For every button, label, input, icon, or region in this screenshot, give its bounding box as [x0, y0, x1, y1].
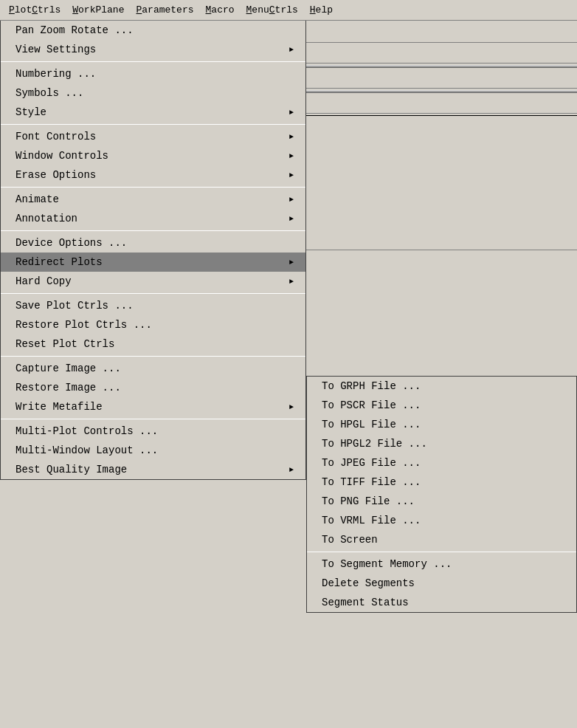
separator-1 — [1, 61, 305, 62]
menubar-parameters[interactable]: Parameters — [130, 1, 199, 18]
submenu-arrow-font: ► — [289, 133, 294, 141]
menu-item-capture-image[interactable]: Capture Image ... — [1, 359, 305, 378]
menu-item-annotation[interactable]: Annotation ► — [1, 209, 305, 228]
separator-4 — [1, 230, 305, 231]
submenu-arrow-annotation: ► — [289, 215, 294, 223]
submenu-arrow-window: ► — [289, 152, 294, 160]
toolbar-strip-6 — [304, 95, 577, 114]
submenu-arrow-best-quality: ► — [289, 466, 294, 474]
redirect-plots-submenu: To GRPH File ... To PSCR File ... To HPG… — [306, 376, 577, 613]
menu-item-restore-plot[interactable]: Restore Plot Ctrls ... — [1, 315, 305, 334]
menu-item-device-options[interactable]: Device Options ... — [1, 233, 305, 253]
menubar-plotctrls[interactable]: PlotCtrls — [3, 1, 66, 18]
menu-item-window-controls[interactable]: Window Controls ► — [1, 146, 305, 165]
menu-item-redirect-plots[interactable]: Redirect Plots ► — [1, 253, 305, 272]
separator-6 — [1, 356, 305, 357]
separator-3 — [1, 187, 305, 188]
menu-item-numbering[interactable]: Numbering ... — [1, 64, 305, 83]
submenu-arrow-metafile: ► — [289, 403, 294, 411]
menu-item-view-settings[interactable]: View Settings ► — [1, 40, 305, 59]
submenu-separator-1 — [307, 552, 576, 552]
menu-item-style[interactable]: Style ► — [1, 103, 305, 122]
menu-item-to-vrml[interactable]: To VRML File ... — [307, 511, 576, 530]
submenu-arrow-hard-copy: ► — [289, 278, 294, 286]
menu-item-delete-segments[interactable]: Delete Segments — [307, 574, 576, 593]
separator-7 — [1, 419, 305, 419]
black-divider — [304, 115, 577, 116]
separator-5 — [1, 293, 305, 294]
menu-item-font-controls[interactable]: Font Controls ► — [1, 127, 305, 146]
toolbar-strip-2 — [304, 44, 577, 63]
menubar-workplane[interactable]: WorkPlane — [66, 1, 130, 18]
menu-item-hard-copy[interactable]: Hard Copy ► — [1, 272, 305, 291]
menu-item-animate[interactable]: Animate ► — [1, 190, 305, 209]
menu-item-write-metafile[interactable]: Write Metafile ► — [1, 397, 305, 416]
menu-item-segment-status[interactable]: Segment Status — [307, 593, 576, 612]
separator-2 — [1, 124, 305, 125]
toolbar-strip-7 — [304, 117, 577, 250]
menu-item-to-screen[interactable]: To Screen — [307, 530, 576, 549]
toolbar-strip-4 — [304, 69, 577, 89]
toolbar-strip-3 — [304, 65, 577, 68]
menubar-macro[interactable]: Macro — [200, 1, 241, 18]
submenu-arrow-view: ► — [289, 46, 294, 54]
menu-item-to-hpgl2[interactable]: To HPGL2 File ... — [307, 434, 576, 453]
menu-item-to-pscr[interactable]: To PSCR File ... — [307, 396, 576, 415]
menu-item-symbols[interactable]: Symbols ... — [1, 83, 305, 103]
menu-item-best-quality[interactable]: Best Quality Image ► — [1, 460, 305, 479]
menu-item-to-grph[interactable]: To GRPH File ... — [307, 377, 576, 396]
menu-item-erase-options[interactable]: Erase Options ► — [1, 165, 305, 185]
submenu-arrow-erase: ► — [289, 171, 294, 179]
menubar-menuctrls[interactable]: MenuCtrls — [241, 1, 304, 18]
submenu-arrow-style: ► — [289, 109, 294, 117]
menu-item-reset-plot[interactable]: Reset Plot Ctrls — [1, 334, 305, 354]
menu-item-pan-zoom[interactable]: Pan Zoom Rotate ... — [1, 21, 305, 40]
menu-item-to-png[interactable]: To PNG File ... — [307, 492, 576, 511]
toolbar-strip-5 — [304, 90, 577, 93]
menu-item-multi-window[interactable]: Multi-Window Layout ... — [1, 441, 305, 460]
menu-item-restore-image[interactable]: Restore Image ... — [1, 378, 305, 397]
menu-item-multi-plot[interactable]: Multi-Plot Controls ... — [1, 422, 305, 441]
menubar: PlotCtrls WorkPlane Parameters Macro Men… — [0, 0, 577, 21]
submenu-arrow-redirect: ► — [289, 258, 294, 267]
menu-item-to-tiff[interactable]: To TIFF File ... — [307, 473, 576, 492]
menu-item-to-jpeg[interactable]: To JPEG File ... — [307, 453, 576, 473]
menu-item-to-hpgl[interactable]: To HPGL File ... — [307, 415, 576, 434]
menubar-help[interactable]: Help — [304, 1, 339, 18]
menu-item-save-plot[interactable]: Save Plot Ctrls ... — [1, 296, 305, 315]
menu-item-to-seg-memory[interactable]: To Segment Memory ... — [307, 554, 576, 574]
primary-dropdown-menu: Pan Zoom Rotate ... View Settings ► Numb… — [0, 21, 306, 480]
toolbar-strip-1 — [304, 24, 577, 43]
submenu-arrow-animate: ► — [289, 196, 294, 204]
